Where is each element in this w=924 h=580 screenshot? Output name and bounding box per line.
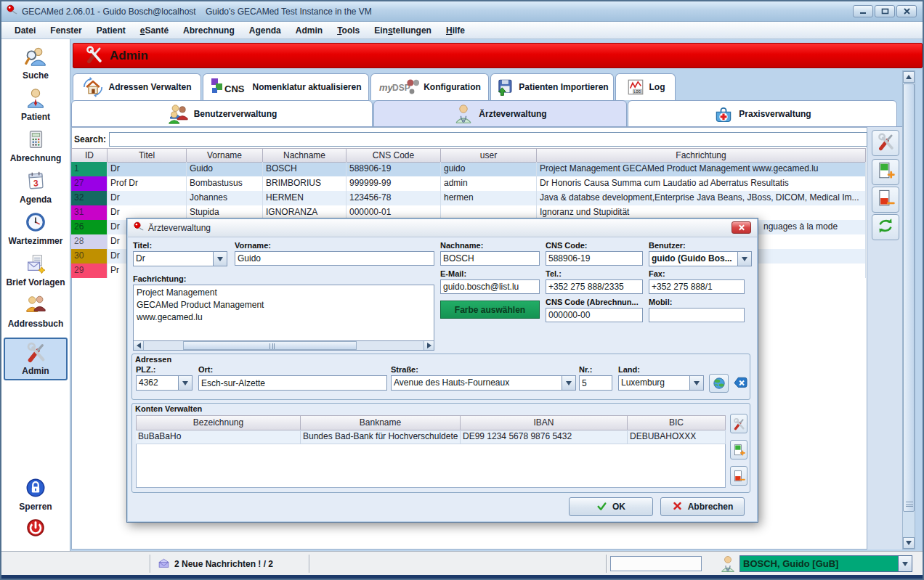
edit-doctor-button[interactable] [872,130,899,156]
doctor-combo-arrow[interactable] [898,556,912,571]
scroll-down-button[interactable] [903,537,915,549]
mobil-field[interactable] [649,308,745,322]
maximize-button[interactable] [875,5,895,17]
doctor-row-27[interactable]: 27Prof DrBombastususBRIMBORIUS999999-99a… [71,176,866,191]
titel-combo-arrow[interactable] [213,252,227,266]
fax-field[interactable] [649,279,745,294]
scroll-up-button[interactable] [903,71,915,83]
remove-doctor-button[interactable] [872,187,899,213]
cancel-button[interactable]: Abbrechen [660,497,745,516]
konten-column-bankname[interactable]: Bankname [301,415,461,430]
cns-code-abrechnung-field[interactable] [546,308,643,322]
remove-account-button[interactable] [730,466,747,486]
column-header-vorname[interactable]: Vorname [187,148,263,163]
menu-einstellungen[interactable]: Einstellungen [368,23,437,38]
add-doctor-button[interactable] [872,159,899,185]
tab-label: Benutzerverwaltung [194,109,277,119]
sidebar-item-admin[interactable]: Admin [4,338,68,380]
column-header-titel[interactable]: Titel [108,148,187,163]
vertical-scrollbar[interactable] [902,70,915,550]
divider [150,555,150,573]
edit-account-button[interactable] [730,414,747,433]
tab-ärzteverwaltung[interactable]: Ärzteverwaltung [373,100,627,127]
map-globe-button[interactable] [709,374,729,393]
menu-datei[interactable]: Datei [9,23,41,38]
sidebar-item-wartezimmer[interactable]: Wartezimmer [4,211,68,246]
konten-column-bezeichnung[interactable]: Bezeichnung [136,415,301,430]
email-field[interactable] [440,279,540,294]
ort-field[interactable] [198,375,387,391]
doctor-row-32[interactable]: 32DrJohannesHERMEN123456-78hermenJava & … [71,191,866,205]
menu-esanté[interactable]: eSanté [134,23,174,38]
menu-agenda[interactable]: Agenda [243,23,287,38]
column-header-fachrichtung[interactable]: Fachrichtung [537,148,866,163]
dialog-close-button[interactable] [732,221,751,234]
cns-code-field[interactable] [546,251,643,266]
check-icon [596,501,607,513]
menu-tools[interactable]: Tools [331,23,365,38]
hscroll-thumb[interactable] [183,341,357,350]
tel-field[interactable] [546,279,643,294]
menu-hilfe[interactable]: Hilfe [440,23,471,38]
menu-admin[interactable]: Admin [290,23,328,38]
status-input[interactable] [610,556,702,571]
clear-address-button[interactable] [732,375,749,393]
strasse-combobox[interactable]: Avenue des Hauts-Fourneaux [391,375,576,391]
nr-field[interactable] [579,375,612,391]
menu-abrechnung[interactable]: Abrechnung [177,23,240,38]
tab-nomenklatur-aktualisieren[interactable]: CNSNomenklatur aktualisieren [203,73,369,100]
tab-patienten-importieren[interactable]: Patienten Importieren [490,73,614,100]
sidebar-item-addressbuch[interactable]: Addressbuch [4,294,68,329]
add-account-button[interactable] [730,440,747,459]
logout-power-button[interactable] [25,518,46,541]
column-header-id[interactable]: ID [71,148,108,163]
plz-combobox[interactable]: 4362 [136,375,192,391]
sidebar-item-patient[interactable]: Patient [4,87,68,122]
refresh-button[interactable] [872,214,899,240]
search-input[interactable] [109,132,867,147]
konten-column-bic[interactable]: BIC [628,415,726,430]
sidebar-item-sperren[interactable]: Sperren [4,477,68,512]
sidebar-item-agenda[interactable]: 3Agenda [4,170,68,205]
menu-patient[interactable]: Patient [91,23,131,38]
close-button[interactable] [896,5,917,17]
benutzer-combobox[interactable]: guido (Guido Bos... [649,251,752,266]
account-row[interactable]: BuBaBaHoBundes Bad-Bank für Hochverschul… [136,430,726,444]
land-combo-arrow[interactable] [689,376,703,390]
scrollbar-thumb[interactable] [903,83,915,512]
choose-color-button[interactable]: Farbe auswählen [440,301,540,319]
doctor-row-1[interactable]: 1DrGuidoBOSCH588906-19guidoProject Manag… [71,162,866,176]
sidebar-item-suche[interactable]: Suche [4,46,68,81]
sidebar-item-brief-vorlagen[interactable]: Brief Vorlagen [4,253,68,287]
tools-icon [876,132,895,154]
column-header-nachname[interactable]: Nachname [263,148,346,163]
column-header-cns-code[interactable]: CNS Code [346,148,441,163]
cell-nachname: BOSCH [263,162,346,176]
nachname-field[interactable] [440,251,540,266]
konten-column-iban[interactable]: IBAN [461,415,628,430]
benutzer-combo-arrow[interactable] [737,252,751,266]
tab-label: Ärzteverwaltung [479,109,546,119]
tab-adressen-verwalten[interactable]: Adressen Verwalten [73,73,201,100]
plz-combo-arrow[interactable] [178,376,192,390]
tab-log[interactable]: LOGLog [615,73,676,100]
sidebar-item-abrechnung[interactable]: Abrechnung [4,128,68,163]
ok-button[interactable]: OK [569,497,653,516]
fachrichtung-textarea[interactable]: Project Management GECAMed Product Manag… [133,285,434,340]
tab-benutzerverwaltung[interactable]: Benutzerverwaltung [71,100,373,127]
strasse-combo-arrow[interactable] [562,376,575,390]
fachrichtung-hscrollbar[interactable] [133,340,434,351]
vorname-field[interactable] [235,251,434,266]
titel-combobox[interactable]: Dr [133,251,227,266]
scroll-left-button[interactable] [134,341,144,350]
minimize-button[interactable] [853,5,873,17]
tab-praxisverwaltung[interactable]: Praxisverwaltung [628,100,897,127]
land-combobox[interactable]: Luxemburg [618,375,704,391]
sidebar-item-label: Wartezimmer [4,236,68,246]
menu-fenster[interactable]: Fenster [44,23,87,38]
new-messages-status[interactable]: 2 Neue Nachrichten ! / 2 [158,557,273,571]
tab-konfiguration[interactable]: myDSPKonfiguration [370,73,489,100]
column-header-user[interactable]: user [441,148,537,163]
scroll-right-button[interactable] [423,341,434,350]
active-doctor-combobox[interactable]: BOSCH, Guido [GuB] [739,555,912,572]
